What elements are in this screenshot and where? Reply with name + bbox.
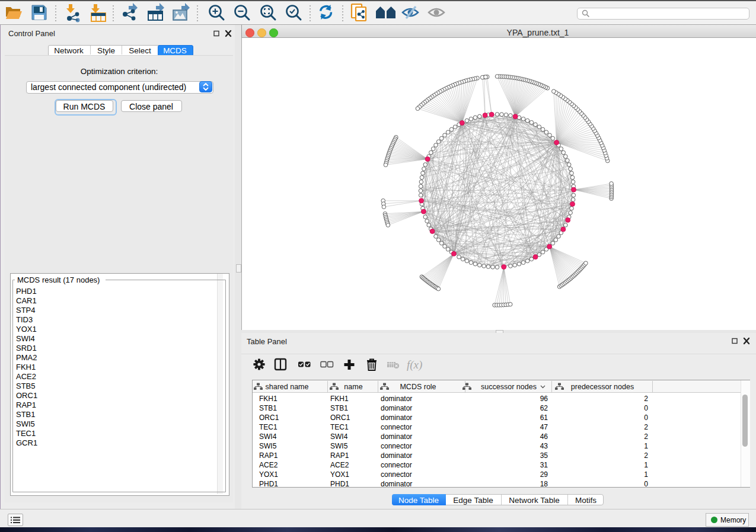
svg-text:f(x): f(x) bbox=[407, 358, 422, 371]
